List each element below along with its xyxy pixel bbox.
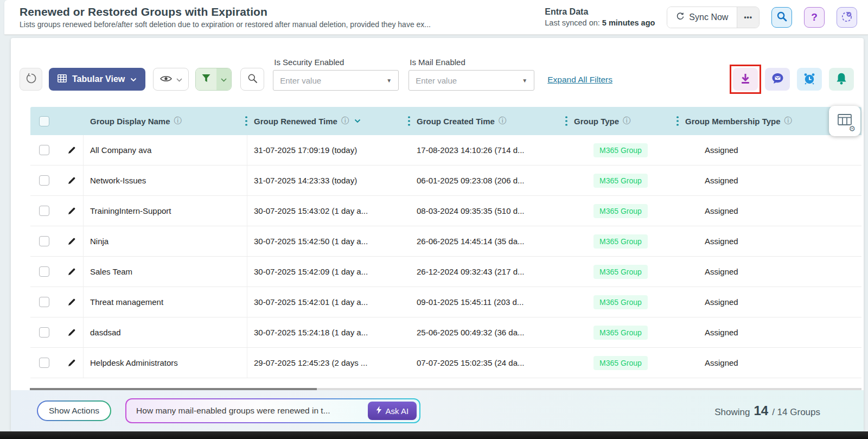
- row-checkbox[interactable]: [39, 145, 49, 155]
- edit-pencil-icon[interactable]: [67, 206, 76, 215]
- row-edit-cell: [58, 166, 84, 195]
- info-icon[interactable]: ⓘ: [174, 116, 182, 126]
- task-status-button[interactable]: [837, 7, 857, 28]
- row-checkbox[interactable]: [39, 297, 49, 307]
- group-renewed-time: 30-07-2025 15:24:18 (1 day a...: [247, 317, 410, 347]
- table-row[interactable]: Ninja 30-07-2025 15:42:50 (1 day a... 26…: [30, 226, 861, 257]
- column-header[interactable]: Group Created Time ⓘ: [410, 107, 567, 135]
- row-checkbox[interactable]: [39, 206, 49, 216]
- group-membership-type: Assigned: [679, 226, 861, 256]
- group-renewed-time: 30-07-2025 15:42:01 (1 day a...: [247, 287, 410, 317]
- group-renewed-time: 30-07-2025 15:43:02 (1 day a...: [247, 196, 410, 226]
- group-renewed-time: 30-07-2025 15:42:50 (1 day a...: [247, 226, 410, 256]
- filter-dropdown-button[interactable]: [216, 68, 231, 90]
- showing-label: Showing: [714, 407, 750, 418]
- row-select-cell: [30, 348, 58, 378]
- info-icon[interactable]: ⓘ: [341, 116, 349, 126]
- table-search-button[interactable]: [240, 68, 264, 91]
- select-placeholder: Enter value: [416, 76, 457, 85]
- page-subtitle: Lists groups renewed before/after soft d…: [20, 20, 431, 29]
- edit-pencil-icon[interactable]: [67, 358, 76, 367]
- help-button[interactable]: ?: [804, 7, 825, 28]
- select-all-checkbox[interactable]: [39, 116, 49, 126]
- row-checkbox[interactable]: [39, 327, 49, 338]
- download-button[interactable]: [733, 68, 758, 91]
- scheduled-check-icon: [841, 10, 853, 24]
- column-header[interactable]: Group Type ⓘ: [567, 107, 679, 135]
- group-created-time: 26-12-2024 09:32:43 (217 d...: [410, 257, 567, 287]
- edit-pencil-icon[interactable]: [67, 176, 76, 185]
- table-row[interactable]: All Company ava 31-07-2025 17:09:19 (tod…: [30, 135, 861, 166]
- row-select-cell: [30, 196, 58, 226]
- table-row[interactable]: dasdsad 30-07-2025 15:24:18 (1 day a... …: [30, 317, 861, 348]
- sync-now-button[interactable]: Sync Now: [667, 7, 737, 28]
- visibility-options-button[interactable]: [153, 68, 189, 91]
- group-type-badge: M365 Group: [593, 356, 648, 370]
- group-type-badge: M365 Group: [593, 295, 648, 309]
- table-row[interactable]: Network-Issues 31-07-2025 14:23:33 (toda…: [30, 166, 861, 196]
- row-edit-cell: [58, 317, 84, 347]
- mail-enabled-select[interactable]: Enter value ▼: [409, 70, 534, 91]
- filter-button[interactable]: [196, 68, 216, 90]
- sort-descending-icon[interactable]: [354, 119, 361, 123]
- edit-pencil-icon[interactable]: [67, 145, 76, 155]
- column-header-label: Group Created Time: [417, 117, 495, 126]
- schedule-alarm-button[interactable]: [797, 68, 822, 91]
- ask-ai-button[interactable]: Ask AI: [368, 402, 417, 420]
- group-created-time: 17-08-2023 14:10:26 (714 d...: [410, 135, 567, 165]
- table-row[interactable]: TrainingIntern-Support 30-07-2025 15:43:…: [30, 196, 861, 226]
- report-panel: Tabular View: [11, 38, 864, 431]
- shown-count: 14: [754, 403, 768, 418]
- column-header[interactable]: Group Display Name ⓘ: [84, 107, 247, 135]
- table-row[interactable]: Sales Team 30-07-2025 15:42:09 (1 day a.…: [30, 257, 861, 287]
- dropdown-arrow-icon: ▼: [522, 78, 527, 84]
- edit-pencil-icon[interactable]: [67, 267, 76, 276]
- header-select-all-cell: [30, 107, 84, 135]
- edit-pencil-icon[interactable]: [67, 328, 76, 337]
- group-type-cell: M365 Group: [567, 348, 679, 378]
- column-header[interactable]: Group Renewed Time ⓘ: [247, 107, 410, 135]
- table-header-row: Group Display Name ⓘ Group Renewed Time …: [30, 107, 861, 135]
- question-mark-icon: ?: [811, 11, 818, 23]
- info-icon[interactable]: ⓘ: [623, 116, 630, 126]
- group-membership-type: Assigned: [679, 166, 861, 195]
- group-created-time: 26-06-2025 14:45:14 (35 da...: [410, 226, 567, 256]
- info-icon[interactable]: ⓘ: [499, 116, 506, 126]
- table-row[interactable]: Helpdesk Administrators 29-07-2025 12:45…: [30, 348, 861, 378]
- row-select-cell: [30, 135, 58, 165]
- security-enabled-select[interactable]: Enter value ▼: [273, 70, 399, 91]
- expand-all-filters-link[interactable]: Expand All Filters: [547, 75, 612, 85]
- page-title: Renewed or Restored Groups with Expirati…: [20, 5, 431, 18]
- group-created-time: 08-03-2024 09:35:35 (510 d...: [410, 196, 567, 226]
- total-count: / 14 Groups: [772, 407, 820, 418]
- table-row[interactable]: Threat management 30-07-2025 15:42:01 (1…: [30, 287, 861, 317]
- group-membership-type: Assigned: [679, 135, 861, 165]
- row-checkbox[interactable]: [39, 236, 49, 246]
- refresh-button[interactable]: [20, 68, 42, 91]
- row-checkbox[interactable]: [39, 358, 49, 368]
- info-icon[interactable]: ⓘ: [784, 116, 792, 126]
- last-synced-label: Last synced on:: [545, 18, 600, 27]
- show-actions-button[interactable]: Show Actions: [37, 400, 111, 421]
- search-icon: [776, 11, 788, 24]
- ask-ai-label: Ask AI: [386, 406, 409, 416]
- global-search-button[interactable]: [771, 7, 792, 28]
- gear-icon: ⚙: [848, 125, 856, 132]
- row-edit-cell: [58, 257, 84, 287]
- row-checkbox[interactable]: [39, 175, 49, 186]
- sync-more-options-button[interactable]: •••: [737, 7, 759, 28]
- group-display-name: Threat management: [84, 287, 247, 317]
- sync-now-label: Sync Now: [689, 12, 728, 22]
- feedback-button[interactable]: [765, 68, 790, 91]
- last-synced-text: Last synced on: 5 minutes ago: [545, 18, 655, 29]
- group-membership-type: Assigned: [679, 257, 861, 287]
- edit-pencil-icon[interactable]: [67, 237, 76, 246]
- ai-query-input[interactable]: How many mail-enabled groups were renewe…: [136, 406, 367, 416]
- column-settings-button[interactable]: ⚙: [829, 106, 860, 136]
- group-display-name: Network-Issues: [84, 166, 247, 195]
- row-checkbox[interactable]: [39, 266, 49, 277]
- notifications-button[interactable]: [829, 68, 854, 91]
- show-actions-label: Show Actions: [38, 402, 110, 420]
- edit-pencil-icon[interactable]: [67, 297, 76, 307]
- view-selector-button[interactable]: Tabular View: [49, 68, 145, 91]
